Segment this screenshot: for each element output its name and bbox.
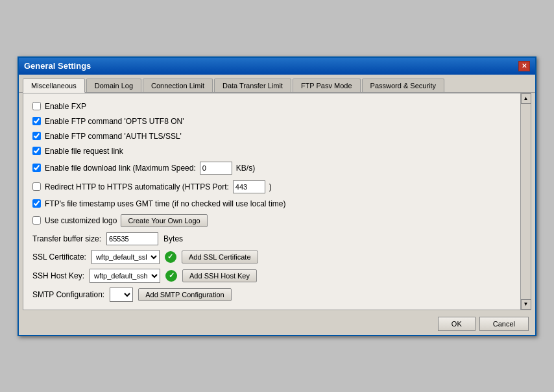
close-button[interactable]: ✕: [518, 61, 530, 71]
file-download-checkbox[interactable]: [32, 164, 41, 172]
transfer-buffer-label: Transfer buffer size:: [32, 234, 101, 243]
enable-fxp-row: Enable FXP: [32, 101, 511, 112]
add-smtp-button[interactable]: Add SMTP Configuration: [138, 288, 231, 301]
customized-logo-checkbox[interactable]: [32, 216, 41, 225]
transfer-buffer-row: Transfer buffer size: Bytes: [32, 232, 511, 245]
auth-tls-checkbox[interactable]: [32, 132, 41, 140]
ok-button[interactable]: OK: [438, 317, 476, 331]
file-download-row: Enable file download link (Maximum Speed…: [32, 161, 511, 175]
https-port-suffix: ): [269, 182, 272, 191]
ssh-select[interactable]: wftp_default_ssh: [90, 269, 160, 283]
download-speed-input[interactable]: [200, 162, 232, 175]
tab-miscellaneous[interactable]: Miscellaneous: [23, 79, 85, 93]
enable-fxp-label: Enable FXP: [45, 102, 86, 111]
file-download-label: Enable file download link (Maximum Speed…: [45, 164, 196, 173]
bottom-bar: OK Cancel: [19, 313, 535, 335]
scrollbar: ▲ ▼: [520, 93, 531, 310]
auth-tls-label: Enable FTP command 'AUTH TLS/SSL': [45, 132, 182, 141]
cancel-button[interactable]: Cancel: [479, 317, 529, 331]
general-settings-window: General Settings ✕ Miscellaneous Domain …: [18, 56, 536, 336]
smtp-select[interactable]: [110, 288, 133, 302]
file-request-row: Enable file request link: [32, 146, 511, 156]
gmt-time-checkbox[interactable]: [32, 199, 41, 208]
download-speed-unit: KB/s): [236, 164, 255, 173]
transfer-buffer-input[interactable]: [106, 232, 158, 245]
transfer-buffer-unit: Bytes: [163, 234, 183, 243]
scroll-up-button[interactable]: ▲: [521, 93, 531, 104]
opts-utf8-row: Enable FTP command 'OPTS UTF8 ON': [32, 116, 511, 127]
ssh-status-icon: ✓: [165, 270, 177, 282]
customized-logo-row: Use customized logo Create Your Own Logo: [32, 214, 511, 228]
ssl-status-icon: ✓: [165, 251, 176, 263]
add-ssl-button[interactable]: Add SSL Certificate: [182, 251, 258, 263]
redirect-http-label: Redirect HTTP to HTTPS automatically (HT…: [45, 182, 229, 191]
window-title: General Settings: [24, 61, 91, 71]
ssl-select[interactable]: wftp_default_ssl: [91, 250, 160, 264]
scroll-down-button[interactable]: ▼: [521, 299, 531, 310]
smtp-config-row: SMTP Configuration: Add SMTP Configurati…: [32, 288, 511, 302]
ssh-label: SSH Host Key:: [32, 271, 84, 280]
auth-tls-row: Enable FTP command 'AUTH TLS/SSL': [32, 131, 511, 141]
tab-data-transfer-limit[interactable]: Data Transfer Limit: [214, 79, 291, 92]
title-bar: General Settings ✕: [19, 58, 535, 75]
customized-logo-label: Use customized logo: [45, 216, 117, 225]
tab-domain-log[interactable]: Domain Log: [86, 79, 141, 92]
add-ssh-button[interactable]: Add SSH Host Key: [182, 269, 257, 282]
tab-connection-limit[interactable]: Connection Limit: [143, 79, 213, 92]
file-request-label: Enable file request link: [45, 147, 123, 156]
opts-utf8-checkbox[interactable]: [32, 117, 41, 125]
tabs-bar: Miscellaneous Domain Log Connection Limi…: [19, 75, 535, 93]
opts-utf8-label: Enable FTP command 'OPTS UTF8 ON': [45, 117, 184, 126]
redirect-http-row: Redirect HTTP to HTTPS automatically (HT…: [32, 180, 511, 194]
ssl-label: SSL Certificate:: [32, 252, 86, 262]
gmt-time-row: FTP's file timestamp uses GMT time (if n…: [32, 199, 511, 209]
enable-fxp-checkbox[interactable]: [32, 102, 41, 110]
tab-password-security[interactable]: Password & Security: [362, 79, 444, 92]
redirect-http-checkbox[interactable]: [32, 182, 41, 191]
file-request-checkbox[interactable]: [32, 147, 41, 155]
gmt-time-label: FTP's file timestamp uses GMT time (if n…: [45, 199, 286, 208]
ssl-certificate-row: SSL Certificate: wftp_default_ssl ✓ Add …: [32, 250, 511, 264]
smtp-label: SMTP Configuration:: [32, 290, 104, 299]
ssh-host-key-row: SSH Host Key: wftp_default_ssh ✓ Add SSH…: [32, 269, 511, 283]
create-logo-button[interactable]: Create Your Own Logo: [121, 214, 207, 227]
https-port-input[interactable]: [233, 180, 265, 193]
tab-ftp-pasv-mode[interactable]: FTP Pasv Mode: [293, 79, 361, 92]
